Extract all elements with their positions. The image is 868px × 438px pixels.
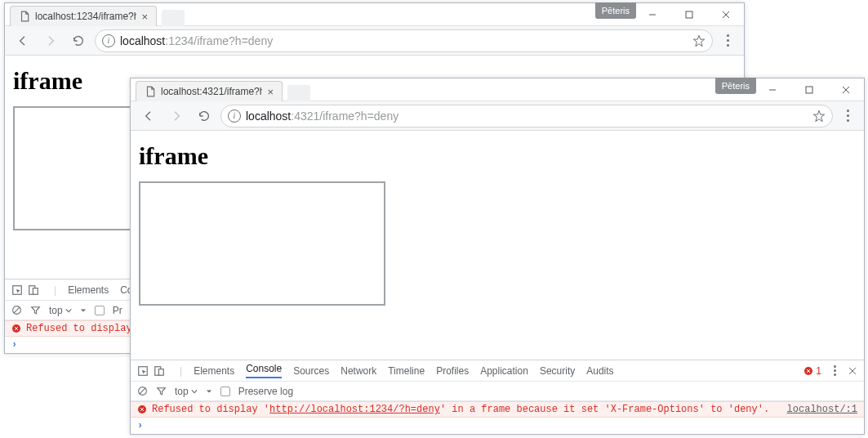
user-badge: Pēteris — [715, 78, 756, 94]
preserve-log-label: Preserve log — [238, 386, 293, 397]
dropdown-icon[interactable] — [206, 388, 212, 395]
address-bar[interactable]: i localhost:1234/iframe?h=deny — [95, 29, 713, 52]
devtools-tab-security[interactable]: Security — [540, 365, 575, 377]
address-bar[interactable]: i localhost:4321/iframe?h=deny — [220, 105, 833, 127]
tab-title: localhost:1234/iframe?h= — [35, 11, 136, 22]
device-icon[interactable] — [154, 365, 165, 377]
devtools-tab-elements[interactable]: Elements — [68, 284, 109, 296]
devtools-tab-elements[interactable]: Elements — [194, 365, 234, 377]
devtools-toggles — [137, 365, 165, 377]
tab-close-icon[interactable]: × — [267, 86, 274, 98]
tab-title: localhost:4321/iframe?h= — [161, 86, 262, 97]
console-output: Refused to display 'http://localhost:123… — [131, 401, 864, 434]
svg-rect-1 — [686, 11, 692, 18]
error-icon — [137, 404, 147, 414]
forward-button[interactable] — [165, 105, 188, 127]
site-info-icon[interactable]: i — [102, 34, 115, 47]
inspect-icon[interactable] — [11, 284, 23, 296]
devtools-close-icon[interactable] — [848, 366, 857, 376]
file-icon — [19, 11, 30, 22]
preserve-log-label-truncated: Pr — [113, 305, 122, 316]
context-selector[interactable]: top — [175, 386, 198, 397]
console-error-row: Refused to display 'http://localhost:123… — [131, 401, 864, 418]
clear-console-icon[interactable] — [11, 305, 22, 315]
new-tab-button[interactable] — [287, 85, 310, 101]
minimize-button[interactable] — [634, 3, 670, 26]
bookmark-star-icon[interactable] — [692, 34, 706, 47]
reload-button[interactable] — [67, 29, 90, 52]
browser-tab[interactable]: localhost:4321/iframe?h= × — [136, 81, 283, 101]
devtools-panel: | Elements Console Sources Network Timel… — [131, 360, 864, 434]
url-text: localhost:1234/iframe?h=deny — [120, 34, 692, 47]
error-message: Refused to display 'http://localhost:123… — [152, 404, 779, 415]
browser-menu-button[interactable] — [838, 105, 857, 127]
dropdown-icon[interactable] — [80, 307, 87, 314]
clear-console-icon[interactable] — [137, 386, 148, 396]
inspect-icon[interactable] — [137, 365, 149, 377]
devtools-tabs: | Elements Console Sources Network Timel… — [131, 360, 864, 382]
svg-rect-11 — [806, 87, 812, 93]
console-filter-bar: top Preserve log — [131, 382, 864, 401]
devtools-tab-profiles[interactable]: Profiles — [436, 365, 469, 377]
close-button[interactable] — [707, 3, 744, 26]
reload-button[interactable] — [193, 105, 216, 127]
svg-rect-6 — [33, 288, 38, 294]
bookmark-star-icon[interactable] — [812, 110, 826, 123]
error-icon — [11, 324, 21, 333]
url-text: localhost:4321/iframe?h=deny — [246, 110, 812, 123]
error-source-link[interactable]: localhost/:1 — [787, 404, 857, 415]
user-badge: Pēteris — [595, 2, 636, 19]
page-heading: iframe — [139, 142, 856, 170]
iframe-element — [13, 106, 132, 230]
devtools-tab-timeline[interactable]: Timeline — [388, 365, 425, 377]
devtools-right-controls: 1 — [803, 364, 857, 378]
devtools-tab-sources[interactable]: Sources — [293, 365, 329, 377]
svg-rect-16 — [158, 369, 163, 375]
context-selector[interactable]: top — [49, 305, 72, 316]
iframe-element — [139, 181, 385, 306]
svg-line-21 — [140, 388, 146, 395]
toolbar: i localhost:1234/iframe?h=deny — [5, 26, 744, 56]
console-prompt[interactable]: › — [131, 418, 864, 434]
maximize-button[interactable] — [790, 78, 827, 101]
new-tab-button[interactable] — [162, 10, 185, 26]
browser-tab[interactable]: localhost:1234/iframe?h= × — [10, 6, 157, 26]
maximize-button[interactable] — [670, 3, 707, 26]
window-controls — [754, 78, 864, 101]
devtools-menu-button[interactable] — [830, 364, 839, 378]
devtools-toggles — [11, 284, 39, 296]
devtools-tab-audits[interactable]: Audits — [586, 365, 613, 377]
page-content: iframe — [131, 131, 864, 360]
device-icon[interactable] — [28, 284, 39, 296]
minimize-button[interactable] — [754, 78, 790, 101]
devtools-tab-network[interactable]: Network — [341, 365, 376, 377]
browser-window-2: Pēteris localhost:4321/iframe?h= × i loc… — [130, 78, 865, 435]
preserve-log-checkbox[interactable] — [95, 306, 105, 315]
site-info-icon[interactable]: i — [228, 110, 241, 123]
window-controls — [634, 3, 744, 26]
svg-line-8 — [14, 307, 20, 314]
close-button[interactable] — [827, 78, 864, 101]
back-button[interactable] — [11, 29, 34, 52]
toolbar: i localhost:4321/iframe?h=deny — [131, 101, 864, 131]
filter-icon[interactable] — [156, 386, 167, 396]
file-icon — [145, 86, 156, 97]
browser-menu-button[interactable] — [718, 29, 737, 52]
back-button[interactable] — [137, 105, 160, 127]
preserve-log-checkbox[interactable] — [220, 387, 230, 396]
devtools-tab-console[interactable]: Console — [246, 363, 282, 378]
tab-close-icon[interactable]: × — [141, 11, 148, 23]
error-count-badge[interactable]: 1 — [803, 365, 821, 377]
filter-icon[interactable] — [30, 305, 41, 315]
devtools-tab-application[interactable]: Application — [480, 365, 528, 377]
error-icon — [803, 366, 813, 376]
forward-button[interactable] — [39, 29, 62, 52]
